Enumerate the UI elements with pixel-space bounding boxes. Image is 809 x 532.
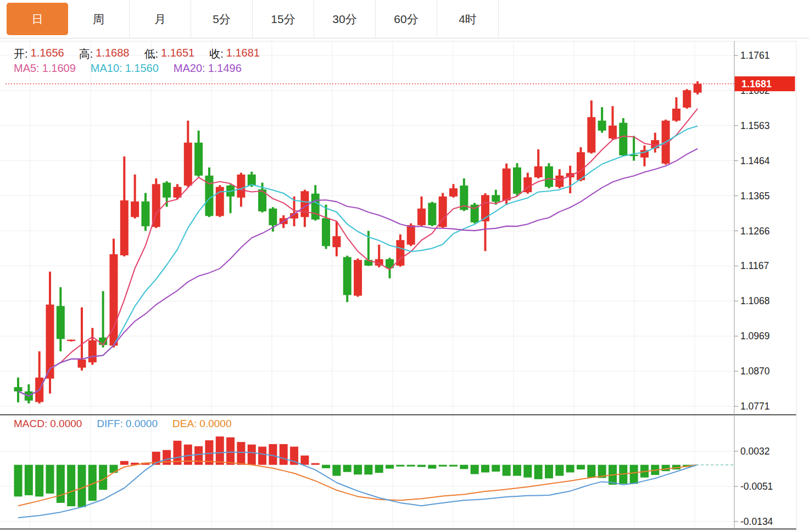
axis-label: -0.0134 — [740, 516, 773, 527]
axis-label: 1.0771 — [740, 401, 770, 412]
axis-label: 1.1365 — [740, 191, 770, 201]
axis-label: 1.1563 — [740, 120, 770, 131]
tab-60min[interactable]: 60分 — [376, 0, 437, 38]
last-price-badge: 1.1681 — [735, 76, 795, 91]
tab-4hour[interactable]: 4时 — [437, 0, 499, 38]
tab-month[interactable]: 月 — [130, 0, 191, 38]
axis-label: 1.0870 — [740, 366, 770, 377]
candle-series — [14, 81, 702, 404]
badge-price-text: 1.1681 — [741, 79, 772, 89]
ma5-line — [18, 109, 698, 396]
tab-week[interactable]: 周 — [68, 0, 130, 38]
price-axis: 1.17611.16621.15631.14641.13651.12661.11… — [734, 50, 773, 527]
diff-line — [18, 452, 698, 518]
axis-label: 0.0032 — [740, 446, 770, 457]
axis-label: -0.0051 — [740, 481, 773, 492]
axis-label: 1.1761 — [740, 50, 770, 61]
axis-label: 1.1167 — [740, 260, 769, 271]
axis-label: 1.0969 — [740, 331, 770, 341]
trading-chart-app: 日周月5分15分30分60分4时 1.17611.16621.15631.146… — [0, 0, 809, 532]
tab-day[interactable]: 日 — [7, 3, 68, 35]
axis-label: 1.1266 — [740, 226, 770, 237]
timeframe-tabbar: 日周月5分15分30分60分4时 — [0, 0, 809, 38]
tab-15min[interactable]: 15分 — [253, 0, 314, 38]
candlestick-chart[interactable]: 1.17611.16621.15631.14641.13651.12661.11… — [0, 0, 809, 532]
tab-5min[interactable]: 5分 — [191, 0, 253, 38]
tab-30min[interactable]: 30分 — [314, 0, 376, 38]
axis-label: 1.1068 — [740, 295, 770, 306]
axis-label: 1.1464 — [740, 155, 770, 166]
